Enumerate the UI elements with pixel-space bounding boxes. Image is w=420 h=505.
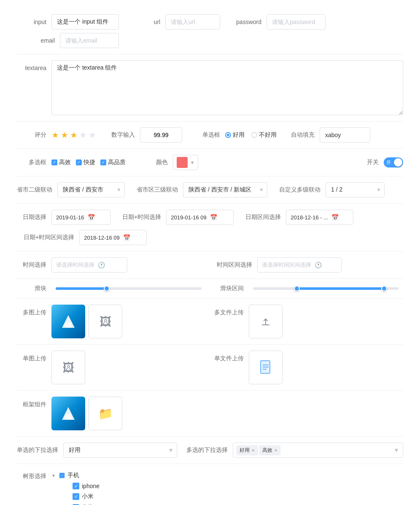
province-city-value: 陕西省 / 西安市 <box>57 182 125 197</box>
radio-option-good[interactable]: 好用 <box>225 131 245 139</box>
datetime-value: 2019-01-16 09 <box>171 214 207 221</box>
datetimerange-label: 日期+时间区间选择 <box>24 234 74 241</box>
datetimerange-icon: 📅 <box>123 234 130 241</box>
framework-upload-slot[interactable]: 📁 <box>89 397 122 430</box>
sliderrange-track[interactable] <box>249 287 403 290</box>
multi-tag-good: 好用 ✕ <box>237 446 258 455</box>
checkbox-quality-box <box>100 159 106 165</box>
uploaded-image-1[interactable] <box>51 305 85 338</box>
single-file-upload[interactable] <box>249 351 283 384</box>
checkbox-efficient-label: 高效 <box>59 159 71 166</box>
multi-select-field[interactable]: 好用 ✕ 高效 ✕ ▼ <box>233 443 403 458</box>
tree-check-phone[interactable] <box>59 473 65 478</box>
datetime-icon: 📅 <box>210 214 217 221</box>
color-swatch <box>177 157 188 168</box>
date-picker[interactable]: 2019-01-16 📅 <box>51 210 110 225</box>
svg-rect-8 <box>65 415 72 420</box>
svg-rect-1 <box>65 323 72 328</box>
star-2[interactable]: ★ <box>61 130 68 140</box>
url-input[interactable] <box>165 14 220 30</box>
star-4[interactable]: ★ <box>79 130 87 140</box>
textarea-label: textarea <box>17 65 46 71</box>
password-label: password <box>232 19 261 25</box>
cascader3-arrow: ▼ <box>376 187 381 193</box>
province-city-district-value: 陕西省 / 西安市 / 新城区 <box>183 182 267 197</box>
tree-label: 树形选择 <box>17 473 46 480</box>
color-arrow-icon: ▼ <box>190 160 194 165</box>
radio-label: 单选框 <box>191 131 220 139</box>
timerange-label: 时间区间选择 <box>217 261 252 269</box>
star-5[interactable]: ★ <box>89 130 96 140</box>
checkbox-quality[interactable]: 高品质 <box>100 159 126 166</box>
multi-tag-good-text: 好用 <box>240 447 250 454</box>
toggle-thumb <box>394 158 402 167</box>
time-placeholder: 请选择时间选择 <box>56 261 94 269</box>
framework-label: 框架组件 <box>17 401 46 408</box>
slider-thumb[interactable] <box>104 286 110 292</box>
checkbox-efficient[interactable]: 高效 <box>51 159 71 166</box>
custom-multi-cascader[interactable]: 1 / 2 ▼ <box>326 182 385 197</box>
tree-item-xiaomi[interactable]: 小米 <box>73 491 100 502</box>
url-label: url <box>131 19 160 25</box>
tree-item-iphone[interactable]: iphone <box>73 481 100 491</box>
sliderrange-label: 滑块区间 <box>214 285 244 292</box>
multi-tag-good-close[interactable]: ✕ <box>251 448 255 453</box>
textarea-field[interactable]: 这是一个 textarea 组件 <box>51 60 403 115</box>
province-city-label: 省市二级联动 <box>17 186 52 194</box>
datetimerange-picker[interactable]: 2018-12-16 09 📅 <box>79 230 147 245</box>
autocomplete-label: 自动填充 <box>285 131 315 139</box>
multi-tag-efficient-close[interactable]: ✕ <box>274 448 277 453</box>
daterange-picker[interactable]: 2018-12-16 - ... 📅 <box>286 210 353 225</box>
checkbox-fast[interactable]: 快捷 <box>76 159 95 166</box>
framework-icon-1[interactable] <box>51 397 85 430</box>
number-input[interactable] <box>140 127 182 143</box>
star-1[interactable]: ★ <box>51 130 59 140</box>
tree-check-iphone[interactable] <box>73 483 79 489</box>
radio-group: 好用 不好用 <box>225 131 277 139</box>
date-value: 2019-01-16 <box>56 214 84 221</box>
datetime-label: 日期+时间选择 <box>122 213 161 221</box>
image-upload-icon: 🖼 <box>100 315 111 329</box>
tree-check-xiaomi[interactable] <box>73 493 79 500</box>
checkbox-efficient-box <box>51 159 57 165</box>
multi-tag-efficient: 高效 ✕ <box>259 446 280 455</box>
multi-file-upload[interactable] <box>249 305 286 338</box>
time-icon: 🕐 <box>98 262 105 268</box>
multi-image-slot-2[interactable]: 🖼 <box>89 305 122 338</box>
single-select-wrapper[interactable]: 好用 ▼ <box>63 443 177 458</box>
tree-expand-phone[interactable]: ▼ <box>51 473 57 478</box>
slider-track[interactable] <box>51 287 206 290</box>
tree-select: ▼ 手机 iphone 小米 华为 <box>51 470 100 505</box>
time-picker[interactable]: 请选择时间选择 🕐 <box>51 257 127 273</box>
sliderrange-thumb-left[interactable] <box>294 286 300 292</box>
time-label: 时间选择 <box>17 261 46 269</box>
tree-item-phone[interactable]: ▼ 手机 <box>51 470 100 481</box>
tree-label-phone: 手机 <box>67 472 79 479</box>
star-3[interactable]: ★ <box>70 130 78 140</box>
timerange-picker[interactable]: 请选择时间区间选择 🕐 <box>257 257 342 273</box>
province-city-district-cascader[interactable]: 陕西省 / 西安市 / 新城区 ▼ <box>183 182 267 197</box>
single-image-upload[interactable]: 🖼 <box>51 351 85 384</box>
timerange-placeholder: 请选择时间区间选择 <box>262 261 311 269</box>
rating-label: 评分 <box>17 131 46 139</box>
email-input[interactable] <box>60 33 119 48</box>
checkbox-label: 多选框 <box>17 159 46 166</box>
multi-tag-efficient-text: 高效 <box>262 447 272 454</box>
rating-stars[interactable]: ★ ★ ★ ★ ★ <box>51 130 97 140</box>
color-picker[interactable]: ▼ <box>173 155 198 170</box>
radio-label-bad: 不好用 <box>259 131 277 139</box>
radio-option-bad[interactable]: 不好用 <box>251 131 277 139</box>
daterange-label: 日期区间选择 <box>245 213 281 221</box>
input-field[interactable] <box>51 14 119 30</box>
single-image-icon: 🖼 <box>62 361 74 375</box>
sliderrange-thumb-right[interactable] <box>381 286 387 292</box>
datetime-picker[interactable]: 2019-01-16 09 📅 <box>166 210 234 225</box>
tree-item-huawei[interactable]: 华为 <box>73 502 100 505</box>
single-select-field[interactable]: 好用 <box>63 443 177 458</box>
province-city-cascader[interactable]: 陕西省 / 西安市 ▼ <box>57 182 125 197</box>
autocomplete-input[interactable] <box>320 127 370 143</box>
multi-file-slot[interactable] <box>249 305 283 338</box>
toggle-switch[interactable]: 开 <box>384 157 403 167</box>
single-image-label: 单图上传 <box>17 355 46 362</box>
password-input[interactable] <box>267 14 326 30</box>
